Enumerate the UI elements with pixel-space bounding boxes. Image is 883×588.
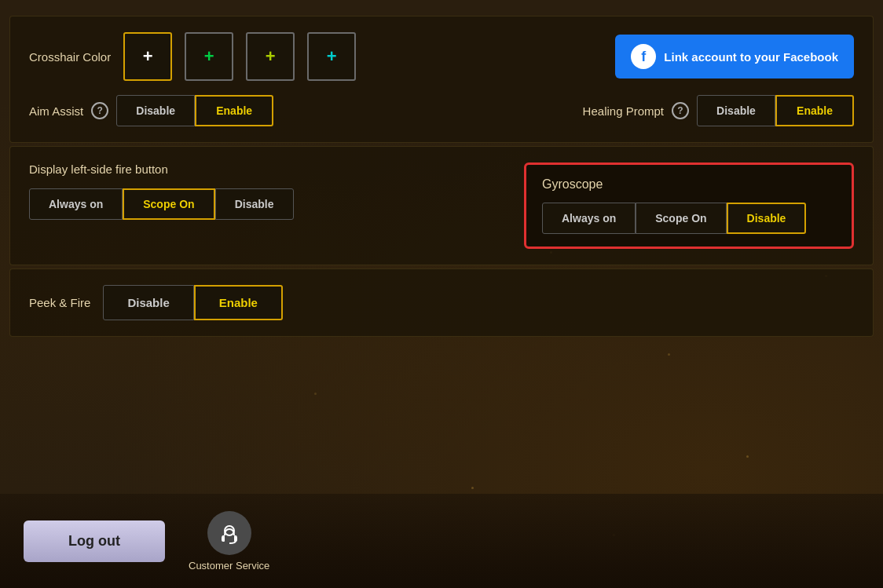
fire-button-toggle: Always on Scope On Disable xyxy=(29,188,493,220)
crosshair-color-green[interactable]: + xyxy=(185,32,233,81)
aim-healing-row: Aim Assist ? Disable Enable Healing Prom… xyxy=(29,95,854,126)
fire-button-always-on[interactable]: Always on xyxy=(29,188,123,220)
peek-fire-label: Peek & Fire xyxy=(29,296,90,309)
healing-prompt-help-icon[interactable]: ? xyxy=(672,102,689,119)
gyroscope-toggle: Always on Scope On Disable xyxy=(542,203,836,234)
gyroscope-box: Gyroscope Always on Scope On Disable xyxy=(524,163,854,249)
fire-button-label: Display left-side fire button xyxy=(29,163,493,176)
healing-prompt-label: Healing Prompt xyxy=(583,104,664,118)
gyroscope-always-on[interactable]: Always on xyxy=(542,203,636,234)
crosshair-color-white[interactable]: + xyxy=(123,32,172,81)
logout-button[interactable]: Log out xyxy=(24,520,165,562)
aim-assist-disable-button[interactable]: Disable xyxy=(116,95,195,126)
peek-fire-panel: Peek & Fire Disable Enable xyxy=(9,268,874,337)
aim-assist-help-icon[interactable]: ? xyxy=(91,102,108,119)
peek-fire-row: Peek & Fire Disable Enable xyxy=(29,285,854,320)
aim-assist-enable-button[interactable]: Enable xyxy=(195,95,273,126)
gyroscope-scope-on[interactable]: Scope On xyxy=(636,203,726,234)
facebook-link-button[interactable]: f Link account to your Facebook xyxy=(615,35,854,79)
crosshair-label: Crosshair Color xyxy=(29,50,111,64)
crosshair-color-yellowgreen[interactable]: + xyxy=(246,32,295,81)
healing-prompt-toggle: Disable Enable xyxy=(697,95,854,126)
crosshair-symbol-cyan: + xyxy=(327,46,337,67)
aim-assist-toggle: Disable Enable xyxy=(116,95,273,126)
crosshair-row: Crosshair Color + + + + f Link account t… xyxy=(29,32,854,81)
peek-fire-enable-button[interactable]: Enable xyxy=(194,285,283,320)
fire-button-scope-on[interactable]: Scope On xyxy=(123,188,214,220)
healing-prompt-group: Healing Prompt ? Disable Enable xyxy=(583,95,854,126)
facebook-icon: f xyxy=(631,44,656,69)
gyroscope-title: Gyroscope xyxy=(542,177,836,192)
gyroscope-group: Gyroscope Always on Scope On Disable xyxy=(524,163,854,249)
footer: Log out Customer Service xyxy=(0,494,883,588)
crosshair-panel: Crosshair Color + + + + f Link account t… xyxy=(9,16,874,143)
crosshair-symbol-yellowgreen: + xyxy=(266,46,276,67)
crosshair-symbol-green: + xyxy=(204,46,214,67)
crosshair-left: Crosshair Color + + + + xyxy=(29,32,356,81)
customer-service-icon xyxy=(207,511,251,555)
healing-prompt-enable-button[interactable]: Enable xyxy=(775,95,854,126)
facebook-button-label: Link account to your Facebook xyxy=(664,50,838,64)
crosshair-color-cyan[interactable]: + xyxy=(307,32,356,81)
gyroscope-disable[interactable]: Disable xyxy=(727,203,807,234)
fire-button-group: Display left-side fire button Always on … xyxy=(29,163,493,220)
peek-fire-disable-button[interactable]: Disable xyxy=(103,285,193,320)
customer-service-label: Customer Service xyxy=(189,560,269,572)
customer-service-button[interactable]: Customer Service xyxy=(189,511,269,572)
aim-assist-group: Aim Assist ? Disable Enable xyxy=(29,95,583,126)
fire-gyroscope-panel: Display left-side fire button Always on … xyxy=(9,146,874,265)
peek-fire-toggle: Disable Enable xyxy=(103,285,283,320)
healing-prompt-disable-button[interactable]: Disable xyxy=(697,95,775,126)
crosshair-symbol-white: + xyxy=(143,46,153,67)
aim-assist-label: Aim Assist xyxy=(29,104,83,118)
fire-button-disable[interactable]: Disable xyxy=(215,188,294,220)
